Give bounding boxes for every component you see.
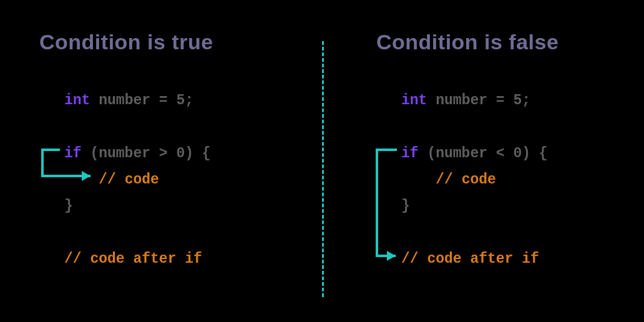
left-code-line2: if (number > 0) { [64, 140, 211, 167]
right-code-line1: int number = 5; [401, 87, 530, 114]
keyword-int: int [64, 92, 90, 109]
right-code-line3: // code [401, 167, 496, 193]
left-title: Condition is true [39, 30, 213, 54]
comment-after: // code after if [401, 251, 539, 267]
right-title: Condition is false [376, 30, 559, 54]
ident-text: (number < 0) { [419, 145, 548, 162]
keyword-int: int [401, 92, 427, 109]
left-code-line1: int number = 5; [64, 87, 193, 114]
ident-text: number = 5; [90, 92, 193, 109]
indent [401, 172, 436, 188]
comment-after: // code after if [64, 251, 202, 267]
ident-text: number = 5; [427, 92, 530, 109]
indent [64, 172, 99, 188]
left-code-line5: // code after if [64, 246, 202, 272]
ident-text: (number > 0) { [82, 145, 211, 162]
left-code-line4: } [64, 193, 73, 219]
comment-code: // code [99, 172, 159, 188]
comment-code: // code [436, 172, 496, 188]
keyword-if: if [401, 145, 419, 162]
keyword-if: if [64, 145, 82, 162]
diagram-root: Condition is true int number = 5; if (nu… [0, 0, 644, 322]
right-code-line2: if (number < 0) { [401, 140, 548, 167]
vertical-divider [322, 41, 324, 297]
brace: } [64, 198, 73, 214]
brace: } [401, 198, 410, 214]
left-code-line3: // code [64, 167, 159, 193]
right-code-line5: // code after if [401, 246, 539, 272]
right-code-line4: } [401, 193, 410, 219]
